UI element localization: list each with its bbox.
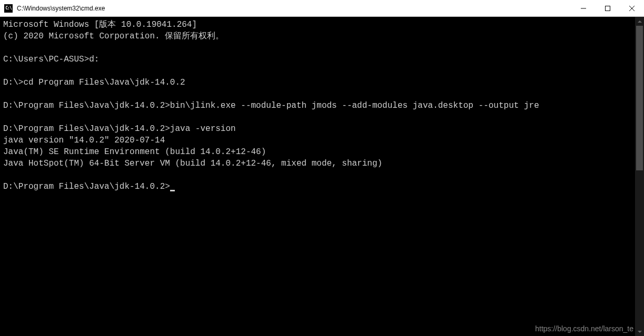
svg-marker-5 [638,331,642,333]
minimize-button[interactable] [571,0,596,16]
svg-rect-1 [606,6,610,11]
terminal-line: java version "14.0.2" 2020-07-14 [3,136,165,145]
terminal-line: D:\Program Files\Java\jdk-14.0.2>bin\jli… [3,101,539,110]
terminal-line: (c) 2020 Microsoft Corporation. 保留所有权利。 [3,32,224,41]
scrollbar-down-icon[interactable] [635,327,644,336]
terminal-output[interactable]: Microsoft Windows [版本 10.0.19041.264] (c… [0,17,635,336]
cursor-icon [170,190,175,191]
window-controls [571,0,644,16]
terminal-line: Java HotSpot(TM) 64-Bit Server VM (build… [3,159,382,168]
terminal-line: Microsoft Windows [版本 10.0.19041.264] [3,20,197,29]
maximize-button[interactable] [596,0,620,16]
terminal-line: D:\>cd Program Files\Java\jdk-14.0.2 [3,78,185,87]
terminal-line: Java(TM) SE Runtime Environment (build 1… [3,147,266,157]
svg-marker-4 [638,21,642,23]
window-title: C:\Windows\system32\cmd.exe [17,5,571,12]
terminal-line: C:\Users\PC-ASUS>d: [3,55,99,64]
terminal-line: D:\Program Files\Java\jdk-14.0.2> [3,182,170,191]
terminal-line: D:\Program Files\Java\jdk-14.0.2>java -v… [3,124,236,134]
close-button[interactable] [620,0,644,16]
terminal-area: Microsoft Windows [版本 10.0.19041.264] (c… [0,17,644,336]
scrollbar-track[interactable] [635,26,644,327]
titlebar: C:\ C:\Windows\system32\cmd.exe [0,0,644,17]
watermark-text: https://blog.csdn.net/larson_te [535,324,633,333]
cmd-icon: C:\ [4,4,13,13]
scrollbar[interactable] [635,17,644,336]
scrollbar-thumb[interactable] [636,26,643,170]
scrollbar-up-icon[interactable] [635,17,644,26]
